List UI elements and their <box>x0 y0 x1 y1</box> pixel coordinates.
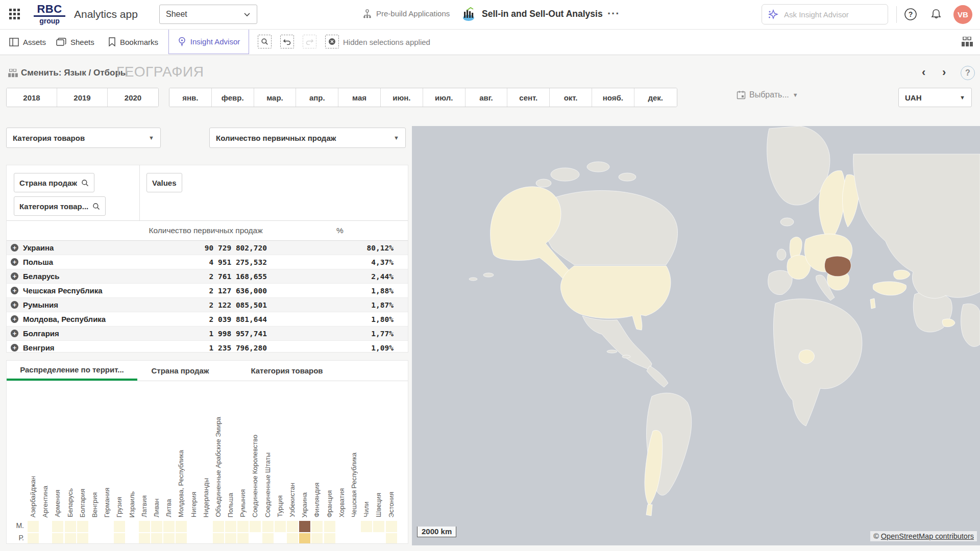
clear-selections-icon[interactable] <box>325 35 339 48</box>
heatmap-cell[interactable] <box>225 521 236 532</box>
heatmap-cell[interactable] <box>336 521 348 532</box>
month-button-9[interactable]: сент. <box>507 88 550 107</box>
heatmap-cell[interactable] <box>287 533 298 544</box>
heatmap-cell[interactable] <box>311 521 323 532</box>
pivot-row-3[interactable]: +Беларусь2 761 168,6552,44% <box>7 269 408 284</box>
pivot-row-6[interactable]: +Молдова, Республика2 039 881,6441,80% <box>7 312 408 327</box>
heatmap-column-label[interactable]: Нидерланды <box>200 478 212 517</box>
month-button-11[interactable]: нояб. <box>592 88 634 107</box>
prebuild-applications-button[interactable]: Pre-build Applications <box>362 9 450 18</box>
expand-row-icon[interactable]: + <box>11 330 18 337</box>
heatmap-column-label[interactable]: Ливан <box>151 498 163 517</box>
heatmap-cell[interactable] <box>262 521 274 532</box>
heatmap-cell[interactable] <box>163 521 175 532</box>
more-options-button[interactable]: ... <box>607 4 620 17</box>
heatmap-cell[interactable] <box>127 521 138 532</box>
heatmap-column-label[interactable]: Соединенное Королевство <box>249 435 261 517</box>
sheets-button[interactable]: Sheets <box>56 29 94 55</box>
heatmap-cell[interactable] <box>201 533 212 544</box>
pivot-values-button[interactable]: Values <box>146 173 182 192</box>
heatmap-cell[interactable] <box>89 533 101 544</box>
month-button-3[interactable]: мар. <box>254 88 297 107</box>
heatmap-cell[interactable] <box>225 533 236 544</box>
heatmap-cell[interactable] <box>77 533 88 544</box>
date-picker-dropdown[interactable]: Выбрать... ▼ <box>737 90 798 99</box>
heatmap-cell[interactable] <box>163 533 175 544</box>
pivot-row-4[interactable]: +Чешская Республика2 127 636,0001,88% <box>7 284 408 298</box>
heatmap-cell[interactable] <box>213 521 224 532</box>
expand-row-icon[interactable]: + <box>11 244 18 252</box>
heatmap-cell[interactable] <box>361 533 372 544</box>
pivot-row-5[interactable]: +Румыния2 122 085,5011,87% <box>7 298 408 312</box>
expand-row-icon[interactable]: + <box>11 272 18 280</box>
heatmap-cell[interactable] <box>65 521 76 532</box>
month-button-8[interactable]: авг. <box>465 88 508 107</box>
year-button-2019[interactable]: 2019 <box>57 88 108 107</box>
expand-row-icon[interactable]: + <box>11 287 18 294</box>
heatmap-cell[interactable] <box>151 521 162 532</box>
heatmap-column-label[interactable]: Чешская Республика <box>348 453 360 517</box>
category-dropdown[interactable]: Категория товаров ▼ <box>6 128 161 148</box>
heatmap-cell[interactable] <box>237 533 249 544</box>
heatmap-cell[interactable] <box>127 533 138 544</box>
heatmap-column-label[interactable]: Хорватия <box>336 488 348 517</box>
heatmap-cell[interactable] <box>139 533 150 544</box>
heatmap-column-label[interactable]: Соединенные Штаты <box>262 453 274 517</box>
month-button-12[interactable]: дек. <box>634 88 677 107</box>
heatmap-cell[interactable] <box>28 521 39 532</box>
pivot-row-7[interactable]: +Болгария1 998 957,7411,77% <box>7 327 408 341</box>
heatmap-cell[interactable] <box>139 521 150 532</box>
pivot-row-2[interactable]: +Польша4 951 275,5324,37% <box>7 255 408 269</box>
heatmap-cell[interactable] <box>188 533 200 544</box>
heatmap-cell[interactable] <box>237 521 249 532</box>
heatmap-column-label[interactable]: Израиль <box>126 491 138 517</box>
heatmap-column-label[interactable]: Эстония <box>385 492 398 517</box>
measure-dropdown[interactable]: Количество первичных продаж ▼ <box>209 128 406 148</box>
heatmap-cell[interactable] <box>201 521 212 532</box>
month-button-6[interactable]: июн. <box>381 88 423 107</box>
heatmap-cell[interactable] <box>250 521 261 532</box>
user-avatar[interactable]: VB <box>953 5 972 24</box>
heatmap-cell[interactable] <box>89 521 101 532</box>
heatmap-cell[interactable] <box>349 533 360 544</box>
heatmap-column-label[interactable]: Грузия <box>113 497 126 517</box>
heatmap-cell[interactable] <box>188 521 200 532</box>
pivot-dim-country-button[interactable]: Страна продаж <box>14 173 94 192</box>
year-button-2018[interactable]: 2018 <box>7 88 57 107</box>
heatmap-cell[interactable] <box>311 533 323 544</box>
sheet-selector-dropdown[interactable]: Sheet <box>159 5 257 24</box>
heatmap-column-label[interactable]: Армения <box>52 490 64 517</box>
heatmap-cell[interactable] <box>52 533 63 544</box>
pivot-row-8[interactable]: +Венгрия1 235 796,2801,09% <box>7 341 408 353</box>
heatmap-cell[interactable] <box>77 521 88 532</box>
heatmap-cell[interactable] <box>65 533 76 544</box>
year-button-2020[interactable]: 2020 <box>108 88 158 107</box>
heatmap-cell[interactable] <box>361 521 372 532</box>
change-language-selections-button[interactable]: Сменить: Язык / Отборы <box>8 68 128 78</box>
heatmap-cell[interactable] <box>151 533 162 544</box>
world-map[interactable]: 2000 km © OpenStreetMap contributors <box>412 126 980 545</box>
heatmap-cell[interactable] <box>336 533 348 544</box>
heatmap-column-label[interactable]: Чили <box>360 502 373 517</box>
heatmap-cell[interactable] <box>262 533 274 544</box>
prev-sheet-arrow[interactable]: ‹ <box>922 67 925 78</box>
heatmap-cell[interactable] <box>324 533 335 544</box>
heatmap-cell[interactable] <box>299 533 310 544</box>
month-button-4[interactable]: апр. <box>296 88 338 107</box>
expand-row-icon[interactable]: + <box>11 344 18 352</box>
heatmap-cell[interactable] <box>176 521 187 532</box>
assets-button[interactable]: Assets <box>9 29 46 55</box>
heatmap-column-label[interactable]: Румыния <box>237 489 249 517</box>
pivot-pct-header[interactable]: % <box>272 226 408 235</box>
pivot-row-1[interactable]: +Украина90 729 802,72080,12% <box>7 241 408 255</box>
heatmap-cell[interactable] <box>28 533 39 544</box>
heatmap-cell[interactable] <box>373 533 384 544</box>
heatmap-column-label[interactable]: Беларусь <box>64 488 77 517</box>
heatmap-cell[interactable] <box>102 521 113 532</box>
heatmap-cell[interactable] <box>386 533 397 544</box>
heatmap-cell[interactable] <box>40 521 51 532</box>
bookmarks-button[interactable]: Bookmarks <box>108 29 158 55</box>
heatmap-column-label[interactable]: Объединенные Арабские Эмира <box>212 417 225 517</box>
heatmap-column-label[interactable]: Польша <box>225 493 237 517</box>
heatmap-column-label[interactable]: Аргентина <box>39 486 52 517</box>
